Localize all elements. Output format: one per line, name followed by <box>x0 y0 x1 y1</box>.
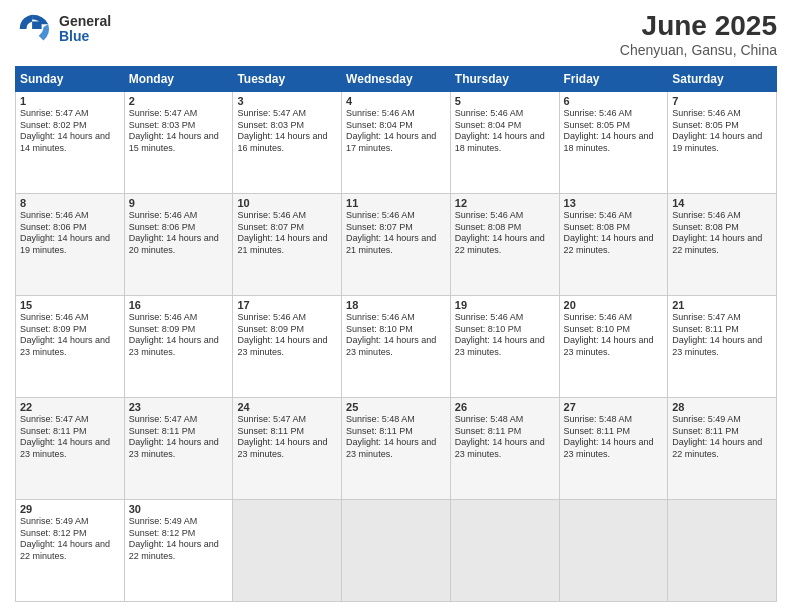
day-info: Sunrise: 5:46 AMSunset: 8:06 PMDaylight:… <box>129 210 229 257</box>
logo-icon <box>15 10 53 48</box>
day-info: Sunrise: 5:46 AMSunset: 8:05 PMDaylight:… <box>672 108 772 155</box>
calendar-subtitle: Chenyuan, Gansu, China <box>620 42 777 58</box>
day-number: 2 <box>129 95 229 107</box>
day-info: Sunrise: 5:49 AMSunset: 8:11 PMDaylight:… <box>672 414 772 461</box>
day-info: Sunrise: 5:47 AMSunset: 8:11 PMDaylight:… <box>672 312 772 359</box>
day-cell: 18Sunrise: 5:46 AMSunset: 8:10 PMDayligh… <box>342 296 451 398</box>
day-info: Sunrise: 5:48 AMSunset: 8:11 PMDaylight:… <box>564 414 664 461</box>
day-number: 13 <box>564 197 664 209</box>
day-number: 14 <box>672 197 772 209</box>
day-number: 23 <box>129 401 229 413</box>
day-number: 28 <box>672 401 772 413</box>
weekday-header-row: Sunday Monday Tuesday Wednesday Thursday… <box>16 67 777 92</box>
day-number: 17 <box>237 299 337 311</box>
header-saturday: Saturday <box>668 67 777 92</box>
day-info: Sunrise: 5:46 AMSunset: 8:06 PMDaylight:… <box>20 210 120 257</box>
week-row-4: 22Sunrise: 5:47 AMSunset: 8:11 PMDayligh… <box>16 398 777 500</box>
day-cell <box>559 500 668 602</box>
day-cell: 29Sunrise: 5:49 AMSunset: 8:12 PMDayligh… <box>16 500 125 602</box>
header: General Blue June 2025 Chenyuan, Gansu, … <box>15 10 777 58</box>
day-cell: 9Sunrise: 5:46 AMSunset: 8:06 PMDaylight… <box>124 194 233 296</box>
day-number: 26 <box>455 401 555 413</box>
day-cell: 5Sunrise: 5:46 AMSunset: 8:04 PMDaylight… <box>450 92 559 194</box>
day-number: 9 <box>129 197 229 209</box>
day-cell: 3Sunrise: 5:47 AMSunset: 8:03 PMDaylight… <box>233 92 342 194</box>
day-info: Sunrise: 5:46 AMSunset: 8:10 PMDaylight:… <box>455 312 555 359</box>
day-info: Sunrise: 5:46 AMSunset: 8:09 PMDaylight:… <box>237 312 337 359</box>
day-info: Sunrise: 5:46 AMSunset: 8:04 PMDaylight:… <box>346 108 446 155</box>
day-number: 12 <box>455 197 555 209</box>
day-cell: 24Sunrise: 5:47 AMSunset: 8:11 PMDayligh… <box>233 398 342 500</box>
day-info: Sunrise: 5:47 AMSunset: 8:03 PMDaylight:… <box>129 108 229 155</box>
day-number: 30 <box>129 503 229 515</box>
day-info: Sunrise: 5:47 AMSunset: 8:03 PMDaylight:… <box>237 108 337 155</box>
day-number: 20 <box>564 299 664 311</box>
calendar-title: June 2025 <box>620 10 777 42</box>
day-info: Sunrise: 5:46 AMSunset: 8:08 PMDaylight:… <box>455 210 555 257</box>
day-info: Sunrise: 5:47 AMSunset: 8:11 PMDaylight:… <box>237 414 337 461</box>
week-row-1: 1Sunrise: 5:47 AMSunset: 8:02 PMDaylight… <box>16 92 777 194</box>
day-number: 16 <box>129 299 229 311</box>
day-number: 29 <box>20 503 120 515</box>
day-cell: 22Sunrise: 5:47 AMSunset: 8:11 PMDayligh… <box>16 398 125 500</box>
day-cell: 23Sunrise: 5:47 AMSunset: 8:11 PMDayligh… <box>124 398 233 500</box>
week-row-5: 29Sunrise: 5:49 AMSunset: 8:12 PMDayligh… <box>16 500 777 602</box>
day-number: 18 <box>346 299 446 311</box>
day-info: Sunrise: 5:46 AMSunset: 8:04 PMDaylight:… <box>455 108 555 155</box>
header-sunday: Sunday <box>16 67 125 92</box>
day-cell <box>668 500 777 602</box>
day-cell: 7Sunrise: 5:46 AMSunset: 8:05 PMDaylight… <box>668 92 777 194</box>
day-info: Sunrise: 5:46 AMSunset: 8:07 PMDaylight:… <box>237 210 337 257</box>
header-tuesday: Tuesday <box>233 67 342 92</box>
day-info: Sunrise: 5:46 AMSunset: 8:09 PMDaylight:… <box>20 312 120 359</box>
day-number: 3 <box>237 95 337 107</box>
day-info: Sunrise: 5:47 AMSunset: 8:11 PMDaylight:… <box>129 414 229 461</box>
day-cell: 16Sunrise: 5:46 AMSunset: 8:09 PMDayligh… <box>124 296 233 398</box>
day-cell: 4Sunrise: 5:46 AMSunset: 8:04 PMDaylight… <box>342 92 451 194</box>
day-number: 6 <box>564 95 664 107</box>
day-cell: 30Sunrise: 5:49 AMSunset: 8:12 PMDayligh… <box>124 500 233 602</box>
day-info: Sunrise: 5:46 AMSunset: 8:10 PMDaylight:… <box>564 312 664 359</box>
day-number: 7 <box>672 95 772 107</box>
day-cell: 8Sunrise: 5:46 AMSunset: 8:06 PMDaylight… <box>16 194 125 296</box>
day-cell: 25Sunrise: 5:48 AMSunset: 8:11 PMDayligh… <box>342 398 451 500</box>
day-info: Sunrise: 5:46 AMSunset: 8:08 PMDaylight:… <box>564 210 664 257</box>
day-cell: 26Sunrise: 5:48 AMSunset: 8:11 PMDayligh… <box>450 398 559 500</box>
header-friday: Friday <box>559 67 668 92</box>
day-number: 5 <box>455 95 555 107</box>
day-cell: 14Sunrise: 5:46 AMSunset: 8:08 PMDayligh… <box>668 194 777 296</box>
day-number: 8 <box>20 197 120 209</box>
day-info: Sunrise: 5:47 AMSunset: 8:02 PMDaylight:… <box>20 108 120 155</box>
logo-text: General Blue <box>59 14 111 45</box>
day-info: Sunrise: 5:49 AMSunset: 8:12 PMDaylight:… <box>129 516 229 563</box>
day-cell: 12Sunrise: 5:46 AMSunset: 8:08 PMDayligh… <box>450 194 559 296</box>
day-cell: 2Sunrise: 5:47 AMSunset: 8:03 PMDaylight… <box>124 92 233 194</box>
day-cell: 28Sunrise: 5:49 AMSunset: 8:11 PMDayligh… <box>668 398 777 500</box>
calendar-table: Sunday Monday Tuesday Wednesday Thursday… <box>15 66 777 602</box>
day-cell: 10Sunrise: 5:46 AMSunset: 8:07 PMDayligh… <box>233 194 342 296</box>
day-number: 24 <box>237 401 337 413</box>
day-cell: 15Sunrise: 5:46 AMSunset: 8:09 PMDayligh… <box>16 296 125 398</box>
day-number: 15 <box>20 299 120 311</box>
day-cell: 17Sunrise: 5:46 AMSunset: 8:09 PMDayligh… <box>233 296 342 398</box>
day-info: Sunrise: 5:46 AMSunset: 8:05 PMDaylight:… <box>564 108 664 155</box>
logo-blue-text: Blue <box>59 29 111 44</box>
logo: General Blue <box>15 10 111 48</box>
day-info: Sunrise: 5:47 AMSunset: 8:11 PMDaylight:… <box>20 414 120 461</box>
title-area: June 2025 Chenyuan, Gansu, China <box>620 10 777 58</box>
day-cell: 6Sunrise: 5:46 AMSunset: 8:05 PMDaylight… <box>559 92 668 194</box>
day-number: 21 <box>672 299 772 311</box>
day-cell: 11Sunrise: 5:46 AMSunset: 8:07 PMDayligh… <box>342 194 451 296</box>
day-cell: 19Sunrise: 5:46 AMSunset: 8:10 PMDayligh… <box>450 296 559 398</box>
day-number: 27 <box>564 401 664 413</box>
day-cell: 21Sunrise: 5:47 AMSunset: 8:11 PMDayligh… <box>668 296 777 398</box>
day-cell <box>342 500 451 602</box>
week-row-3: 15Sunrise: 5:46 AMSunset: 8:09 PMDayligh… <box>16 296 777 398</box>
week-row-2: 8Sunrise: 5:46 AMSunset: 8:06 PMDaylight… <box>16 194 777 296</box>
logo-general-text: General <box>59 14 111 29</box>
day-info: Sunrise: 5:46 AMSunset: 8:08 PMDaylight:… <box>672 210 772 257</box>
day-number: 25 <box>346 401 446 413</box>
day-number: 11 <box>346 197 446 209</box>
day-cell: 1Sunrise: 5:47 AMSunset: 8:02 PMDaylight… <box>16 92 125 194</box>
header-wednesday: Wednesday <box>342 67 451 92</box>
